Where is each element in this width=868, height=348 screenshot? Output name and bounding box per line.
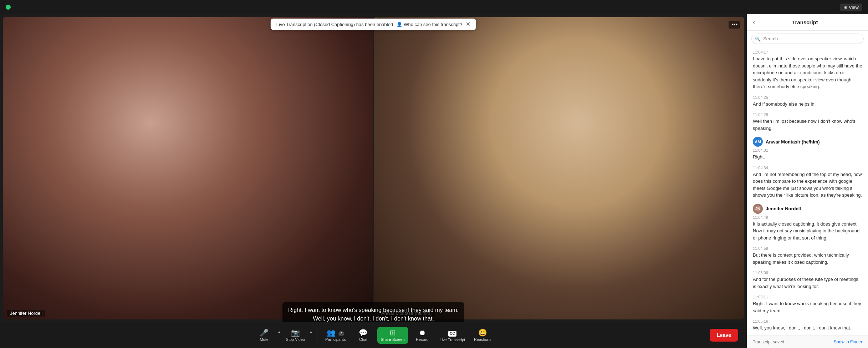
- subtitle-text: Right. I want to know who's speaking bec…: [288, 307, 459, 322]
- who-can-see-label: Who can see this transcript?: [404, 22, 462, 27]
- speaker-row-jennifer: JN Jennifer Nordell: [753, 204, 862, 214]
- transcript-collapse-button[interactable]: ‹: [753, 19, 755, 26]
- close-notification-button[interactable]: ✕: [466, 21, 470, 27]
- reactions-icon: 😀: [478, 329, 487, 336]
- stop-video-button[interactable]: 📷 Stop Video: [282, 327, 309, 344]
- transcript-entry-1: 11:04:17 I have to put this side over on…: [753, 50, 862, 90]
- record-button[interactable]: ⏺ Record: [410, 327, 435, 344]
- share-screen-icon: ⊞: [390, 329, 396, 336]
- bottom-toolbar: 🎤 Mute ▲ 📷 Stop Video ▲ 👥 2 Participants…: [0, 322, 747, 348]
- record-label: Record: [416, 337, 428, 342]
- jennifer-label: Jennifer Nordell: [7, 310, 45, 317]
- reactions-label: Reactions: [474, 337, 491, 342]
- view-label: View: [849, 5, 859, 10]
- video-tile-anwar: ••• Anwar Montasir (he/him): [374, 17, 744, 319]
- notification-banner: Live Transcription (Closed Captioning) h…: [271, 19, 476, 30]
- grid-icon: ⊞: [843, 5, 847, 10]
- transcript-footer: Transcript saved Show in Finder: [747, 336, 868, 348]
- transcript-entry-8: 11:05:06 And for the purposes of these K…: [753, 271, 862, 290]
- view-button[interactable]: ⊞ View: [840, 4, 862, 11]
- transcript-title: Transcript: [792, 19, 818, 25]
- live-transcript-button[interactable]: CC Live Transcript: [436, 327, 469, 344]
- stop-video-label: Stop Video: [286, 337, 305, 342]
- anwar-avatar: AM: [753, 137, 763, 147]
- main-content: Live Transcription (Closed Captioning) h…: [0, 14, 868, 348]
- transcript-entry-6: 11:04:49 It is actually closed captionin…: [753, 215, 862, 242]
- video-area: Live Transcription (Closed Captioning) h…: [0, 14, 747, 348]
- person-icon: 👤: [397, 22, 402, 27]
- transcript-entry-2: 11:04:25 And if somebody else helps in.: [753, 95, 862, 108]
- notification-message: Live Transcription (Closed Captioning) h…: [276, 22, 393, 27]
- participants-label: Participants: [325, 337, 346, 342]
- search-input[interactable]: [751, 34, 864, 44]
- transcript-entry-4: 11:04:31 Right.: [753, 148, 862, 161]
- share-screen-button[interactable]: ⊞ Share Screen: [377, 327, 408, 344]
- transcript-search-area: 🔍: [747, 31, 868, 47]
- transcript-panel: ‹ Transcript 🔍 11:04:17 I have to put th…: [747, 14, 868, 348]
- transcript-entry-3: 11:04:28 Well then I'm lost because now …: [753, 112, 862, 132]
- transcript-entry-9: 11:05:11 Right. I want to know who's spe…: [753, 295, 862, 314]
- transcript-saved-label: Transcript saved: [753, 339, 784, 344]
- transcript-header: ‹ Transcript: [747, 14, 868, 31]
- participants-button[interactable]: 👥 2 Participants: [322, 327, 349, 344]
- microphone-icon: 🎤: [260, 329, 269, 336]
- camera-icon: 📷: [291, 329, 300, 336]
- jennifer-avatar: JN: [753, 204, 763, 214]
- toolbar-separator-1: [317, 328, 317, 342]
- video-group: 📷 Stop Video ▲: [282, 327, 313, 344]
- share-screen-label: Share Screen: [381, 337, 405, 342]
- more-options-button[interactable]: •••: [729, 21, 740, 29]
- participants-count: 2: [338, 331, 344, 336]
- leave-button[interactable]: Leave: [710, 329, 738, 342]
- connection-indicator: [6, 5, 11, 10]
- top-bar: ⊞ View: [0, 0, 868, 14]
- record-icon: ⏺: [419, 329, 426, 336]
- participants-icon: 👥 2: [327, 329, 344, 336]
- search-icon: 🔍: [755, 36, 761, 41]
- chat-button[interactable]: 💬 Chat: [351, 327, 376, 344]
- show-in-finder-button[interactable]: Show in Finder: [834, 339, 862, 344]
- mute-group: 🎤 Mute ▲: [252, 327, 281, 344]
- mute-caret[interactable]: ▲: [277, 330, 281, 334]
- transcript-body: 11:04:17 I have to put this side over on…: [747, 47, 868, 336]
- video-tile-jennifer: Jennifer Nordell: [3, 17, 373, 319]
- live-transcript-icon: CC: [448, 329, 456, 337]
- transcript-entry-7: 11:04:58 But there is context provided, …: [753, 246, 862, 266]
- reactions-button[interactable]: 😀 Reactions: [470, 327, 495, 344]
- video-caret[interactable]: ▲: [309, 330, 313, 334]
- who-can-see-button[interactable]: 👤 Who can see this transcript?: [397, 22, 462, 27]
- chat-icon: 💬: [359, 329, 368, 336]
- top-bar-left: [6, 5, 11, 10]
- mute-label: Mute: [260, 337, 268, 342]
- top-bar-right: ⊞ View: [840, 4, 862, 11]
- transcript-entry-5: 11:04:34 And I'm not remembering off the…: [753, 166, 862, 199]
- live-transcript-label: Live Transcript: [440, 338, 465, 342]
- chat-label: Chat: [359, 337, 367, 342]
- speaker-row-anwar: AM Anwar Montasir (he/him): [753, 137, 862, 147]
- anwar-video: [374, 17, 744, 319]
- video-grid: Jennifer Nordell ••• Anwar Montasir (he/…: [0, 14, 747, 322]
- mute-button[interactable]: 🎤 Mute: [252, 327, 277, 344]
- jennifer-video: [3, 17, 373, 319]
- transcript-entry-10: 11:05:16 Well, you know, I don't, I don'…: [753, 319, 862, 332]
